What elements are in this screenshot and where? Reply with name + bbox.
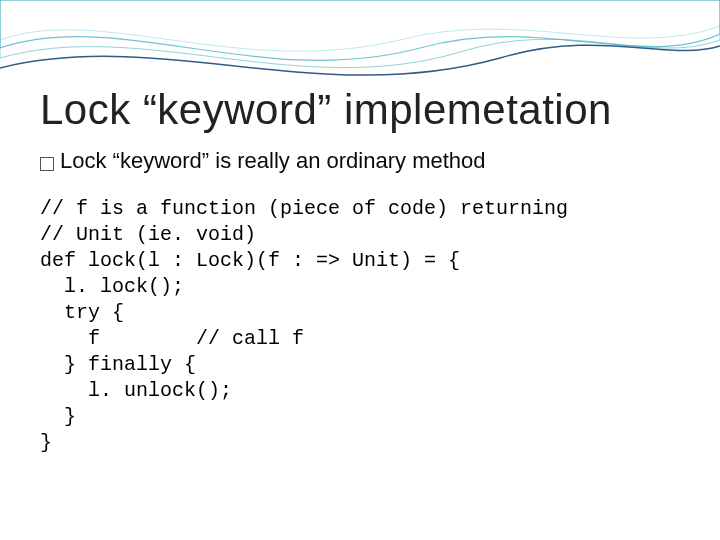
code-block: // f is a function (piece of code) retur… [40,196,680,456]
slide-subtitle: Lock “keyword” is really an ordinary met… [60,148,486,174]
slide-title: Lock “keyword” implemetation [40,86,680,134]
bullet-row: Lock “keyword” is really an ordinary met… [40,148,680,174]
square-bullet-icon [40,157,54,171]
slide-content: Lock “keyword” implemetation Lock “keywo… [0,0,720,456]
